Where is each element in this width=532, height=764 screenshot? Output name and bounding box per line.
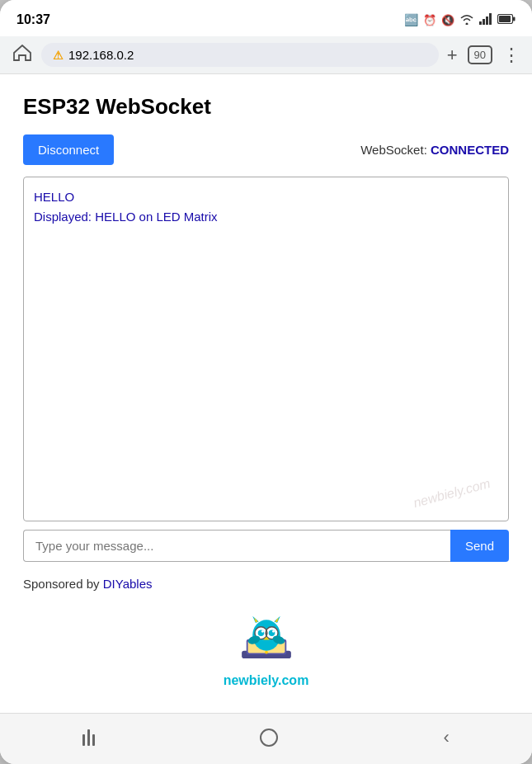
browser-actions: + 90 ⋮: [447, 45, 520, 66]
message-input[interactable]: [23, 530, 450, 562]
watermark: newbiely.com: [412, 473, 493, 514]
websocket-label: WebSocket:: [360, 143, 427, 157]
signal-icon: [479, 13, 492, 27]
recents-icon: [82, 729, 95, 746]
disconnect-button[interactable]: Disconnect: [23, 134, 114, 165]
home-button[interactable]: [260, 729, 278, 747]
websocket-connected-status[interactable]: CONNECTED: [431, 143, 509, 157]
logo-text: newbiely.com: [224, 673, 309, 688]
sponsored-row: Sponsored by DIYables: [23, 577, 509, 591]
sponsored-text: Sponsored by: [23, 577, 103, 591]
page-title: ESP32 WebSocket: [23, 94, 509, 120]
alarm-icon: ⏰: [423, 14, 436, 26]
message-input-row: Send: [23, 530, 509, 562]
svg-point-23: [261, 630, 263, 633]
browser-home-button[interactable]: [12, 43, 33, 67]
message-log: HELLO Displayed: HELLO on LED Matrix new…: [23, 177, 509, 521]
back-icon: ‹: [444, 727, 450, 748]
websocket-status: WebSocket: CONNECTED: [360, 143, 509, 157]
status-icons: 🔤 ⏰ 🔇: [404, 13, 516, 27]
phone-frame: 10:37 🔤 ⏰ 🔇: [0, 0, 532, 764]
browser-menu-button[interactable]: ⋮: [502, 45, 520, 66]
tabs-count-button[interactable]: 90: [468, 45, 492, 64]
logo-section: newbiely.com: [23, 612, 509, 696]
address-bar[interactable]: ⚠ 192.168.0.2: [41, 43, 439, 67]
recents-button[interactable]: [82, 729, 95, 746]
log-line-1: HELLO: [34, 187, 498, 207]
log-line-2: Displayed: HELLO on LED Matrix: [34, 207, 498, 227]
svg-rect-5: [499, 16, 511, 22]
wifi-icon: [459, 13, 474, 27]
back-button[interactable]: ‹: [444, 727, 450, 748]
mute-icon: 🔇: [441, 14, 454, 26]
address-text: 192.168.0.2: [68, 48, 134, 62]
send-button[interactable]: Send: [450, 530, 509, 562]
svg-point-10: [265, 651, 268, 654]
security-warning-icon: ⚠: [53, 49, 64, 62]
browser-bar: ⚠ 192.168.0.2 + 90 ⋮: [0, 36, 532, 74]
svg-point-24: [272, 630, 275, 633]
status-bar: 10:37 🔤 ⏰ 🔇: [0, 0, 532, 36]
home-icon: [260, 729, 278, 747]
svg-rect-2: [486, 17, 488, 25]
svg-rect-6: [513, 17, 516, 21]
svg-rect-0: [479, 21, 482, 25]
translate-icon: 🔤: [404, 13, 418, 26]
status-time: 10:37: [16, 12, 50, 27]
svg-rect-1: [483, 19, 485, 25]
svg-rect-3: [489, 13, 492, 25]
diyables-link[interactable]: DIYables: [103, 577, 153, 591]
page-content: ESP32 WebSocket Disconnect WebSocket: CO…: [0, 74, 532, 713]
new-tab-button[interactable]: +: [447, 45, 458, 66]
bottom-nav: ‹: [0, 713, 532, 764]
owl-logo: [233, 612, 299, 670]
controls-row: Disconnect WebSocket: CONNECTED: [23, 134, 509, 165]
battery-icon: [497, 14, 516, 26]
